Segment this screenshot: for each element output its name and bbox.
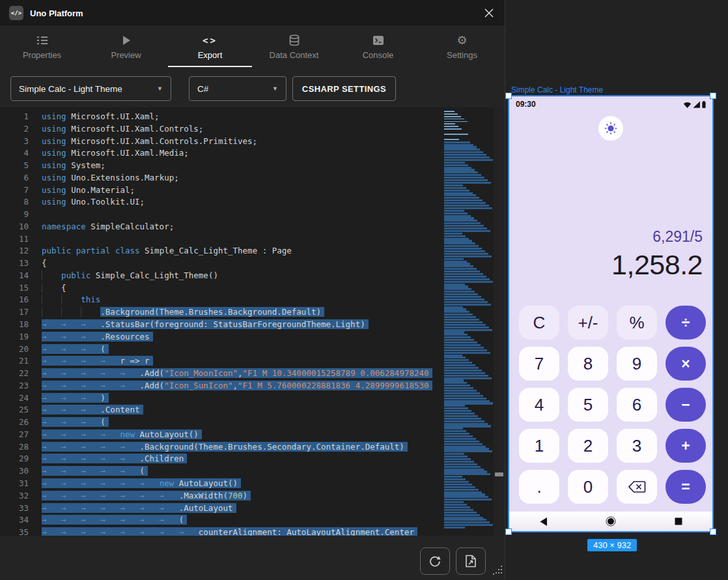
code-line: 32→ → → → → → → .MaxWidth(700) xyxy=(0,490,440,502)
tab-label: Export xyxy=(198,50,223,60)
refresh-icon xyxy=(428,555,441,568)
backspace-icon xyxy=(628,480,646,493)
back-icon xyxy=(539,517,548,527)
code-line: 33→ → → → → → → .AutoLayout xyxy=(0,502,440,515)
editor-scrollbar[interactable] xyxy=(494,108,505,536)
key-backspace[interactable] xyxy=(617,470,657,504)
recents-icon xyxy=(675,517,682,525)
code-lines: 1using Microsoft.UI.Xaml;2using Microsof… xyxy=(0,111,440,536)
code-line: 10namespace SimpleCalculator; xyxy=(0,221,440,233)
theme-dropdown-value: Simple Calc - Light Theme xyxy=(19,84,122,94)
code-line: 1using Microsoft.UI.Xaml; xyxy=(0,111,440,123)
code-line: 29→ → → → → .Children xyxy=(0,453,440,465)
theme-dropdown[interactable]: Simple Calc - Light Theme ▼ xyxy=(10,76,171,101)
calculator-display: 6,291/5 1,258.2 xyxy=(611,228,703,281)
nav-home-button[interactable] xyxy=(577,516,645,527)
language-dropdown[interactable]: C# ▼ xyxy=(189,76,287,101)
code-line: 4using Microsoft.UI.Xaml.Media; xyxy=(0,147,440,160)
export-file-button[interactable] xyxy=(456,547,486,575)
tab-bar: Properties Preview <> Export Data Contex… xyxy=(0,27,505,67)
code-line: 12public partial class Simple_Calc_Light… xyxy=(0,245,440,257)
wifi-icon xyxy=(683,101,692,108)
tab-label: Properties xyxy=(23,50,61,60)
chevron-down-icon: ▼ xyxy=(150,85,163,92)
code-line: 15 { xyxy=(0,282,440,295)
code-line: 13{ xyxy=(0,257,440,270)
code-line: 3using Microsoft.UI.Xaml.Controls.Primit… xyxy=(0,136,440,148)
window-title: Uno Platform xyxy=(30,0,83,26)
tab-data-context[interactable]: Data Context xyxy=(252,27,336,67)
code-line: 26→ → → ( xyxy=(0,416,440,429)
code-line: 11 xyxy=(0,233,440,246)
tab-preview[interactable]: Preview xyxy=(84,27,168,67)
frame-label: Simple Calc - Light Theme xyxy=(511,85,603,94)
key-3[interactable]: 3 xyxy=(617,429,657,463)
tab-console[interactable]: Console xyxy=(336,27,420,67)
code-line: 34→ → → → → → → ( xyxy=(0,514,440,527)
code-editor[interactable]: 1using Microsoft.UI.Xaml;2using Microsof… xyxy=(0,108,505,536)
file-export-icon xyxy=(465,555,477,568)
resize-handle-top-right[interactable] xyxy=(710,93,716,99)
database-icon xyxy=(289,35,300,46)
key-decimal[interactable]: . xyxy=(519,470,559,504)
code-line: 28→ → → → → .Background(Theme.Brushes.Se… xyxy=(0,441,440,454)
resize-handle-top-left[interactable] xyxy=(505,93,512,99)
key-subtract[interactable]: − xyxy=(665,388,706,422)
tab-settings[interactable]: ⚙ Settings xyxy=(420,27,504,67)
key-clear[interactable]: C xyxy=(519,306,559,340)
preview-panel: Simple Calc - Light Theme 09:30 xyxy=(505,0,728,580)
key-7[interactable]: 7 xyxy=(519,347,559,381)
key-2[interactable]: 2 xyxy=(568,429,608,463)
key-8[interactable]: 8 xyxy=(568,347,608,381)
key-plus-minus[interactable]: +/- xyxy=(568,306,608,340)
tab-label: Console xyxy=(363,50,394,60)
code-line: 30→ → → → → ( xyxy=(0,465,440,478)
key-add[interactable]: + xyxy=(665,429,706,463)
refresh-button[interactable] xyxy=(420,547,450,575)
key-4[interactable]: 4 xyxy=(519,388,559,422)
nav-back-button[interactable] xyxy=(509,517,577,527)
code-line: 22→ → → → → .Add("Icon_MoonIcon","F1 M 1… xyxy=(0,368,440,380)
display-expression: 6,291/5 xyxy=(611,228,703,246)
title-bar: </> Uno Platform xyxy=(0,0,505,27)
key-6[interactable]: 6 xyxy=(617,388,657,422)
code-line: 8using Uno.Toolkit.UI; xyxy=(0,196,440,209)
theme-toggle-button[interactable] xyxy=(598,116,623,141)
calculator-keypad: C+/-%÷789×456−123+.0= xyxy=(519,306,706,504)
key-equals[interactable]: = xyxy=(665,470,706,504)
key-5[interactable]: 5 xyxy=(568,388,608,422)
uno-platform-window: </> Uno Platform Properties Preview <> E… xyxy=(0,0,505,580)
key-multiply[interactable]: × xyxy=(665,347,706,381)
code-icon: <> xyxy=(203,35,217,46)
export-toolbar: Simple Calc - Light Theme ▼ C# ▼ CSHARP … xyxy=(0,67,505,108)
key-1[interactable]: 1 xyxy=(519,429,559,463)
nav-recents-button[interactable] xyxy=(645,517,712,525)
resize-handle-bottom-left[interactable] xyxy=(505,529,512,535)
close-button[interactable] xyxy=(481,5,497,21)
code-line: 2using Microsoft.UI.Xaml.Controls; xyxy=(0,123,440,136)
key-9[interactable]: 9 xyxy=(617,347,657,381)
code-line: 7using Uno.Material; xyxy=(0,184,440,197)
resize-grip[interactable] xyxy=(492,565,503,578)
play-icon xyxy=(122,35,131,46)
device-frame[interactable]: 09:30 xyxy=(508,95,714,532)
code-line: 9 xyxy=(0,209,440,221)
code-line: 14 public Simple_Calc_Light_Theme() xyxy=(0,270,440,282)
device-size-badge: 430 × 932 xyxy=(587,539,637,551)
tab-properties[interactable]: Properties xyxy=(0,27,84,67)
key-divide[interactable]: ÷ xyxy=(665,306,706,340)
scrollbar-thumb[interactable] xyxy=(495,472,503,476)
key-percent[interactable]: % xyxy=(617,306,657,340)
battery-icon xyxy=(702,101,706,108)
key-0[interactable]: 0 xyxy=(568,470,608,504)
csharp-settings-button[interactable]: CSHARP SETTINGS xyxy=(292,76,396,101)
minimap[interactable] xyxy=(444,111,493,534)
code-line: 24→ → → ) xyxy=(0,392,440,405)
uno-logo-icon: </> xyxy=(9,6,23,20)
code-line: 25→ → → .Content xyxy=(0,404,440,416)
tab-export[interactable]: <> Export xyxy=(168,27,252,67)
code-line: 21→ → → → r => r xyxy=(0,355,440,368)
resize-handle-bottom-right[interactable] xyxy=(710,529,716,535)
status-icons xyxy=(683,101,706,108)
display-result: 1,258.2 xyxy=(611,249,703,281)
